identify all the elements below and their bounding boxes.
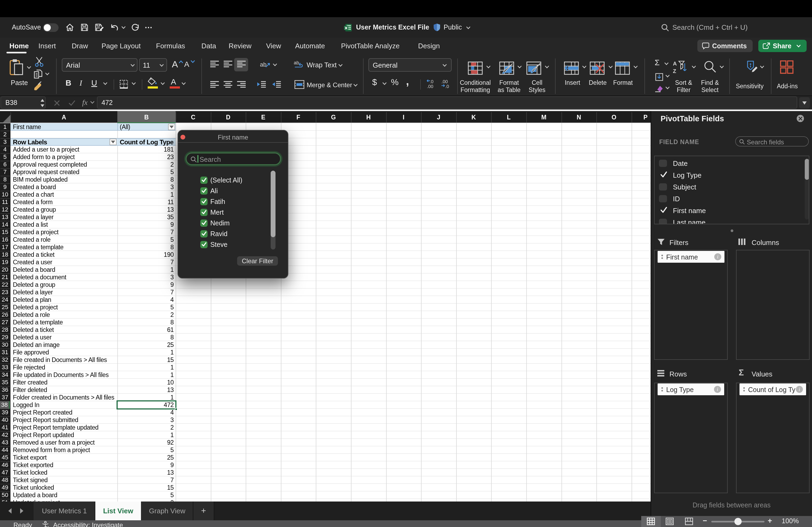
svg-text:.00: .00 bbox=[427, 84, 433, 89]
svg-text:Z: Z bbox=[673, 68, 676, 74]
svg-text:ab: ab bbox=[294, 60, 299, 65]
svg-text:.0: .0 bbox=[445, 84, 449, 89]
svg-text:A: A bbox=[673, 61, 677, 66]
svg-text:.00: .00 bbox=[441, 79, 448, 84]
svg-text:.0: .0 bbox=[430, 79, 433, 84]
svg-text:ab: ab bbox=[260, 61, 266, 68]
